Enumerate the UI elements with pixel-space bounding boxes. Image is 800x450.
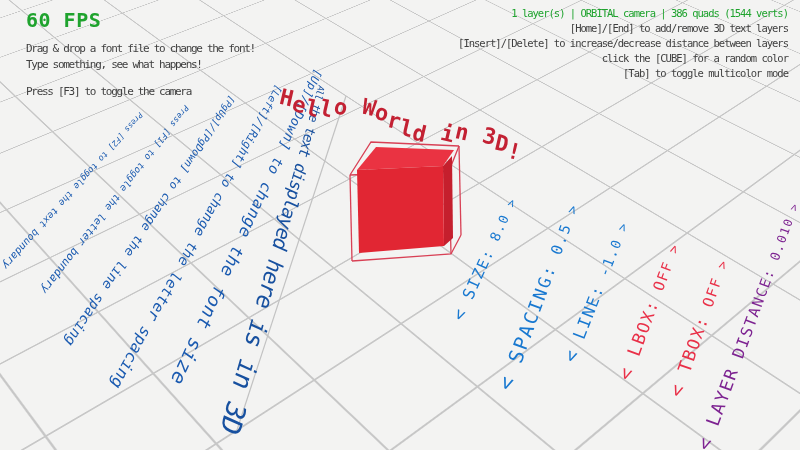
hint-type-something: Type something, see what happens! (26, 57, 255, 73)
hint-cube-color: click the [CUBE] for a random color (458, 51, 788, 66)
fps-counter: 60 FPS (26, 8, 255, 32)
hint-layer-distance: [Insert]/[Delete] to increase/decrease d… (458, 36, 788, 51)
cube-front-face (357, 166, 444, 253)
hint-toggle-camera: Press [F3] to toggle the camera (26, 84, 255, 100)
hint-multicolor-mode: [Tab] to toggle multicolor mode (458, 66, 788, 81)
hint-add-remove-layers: [Home]/[End] to add/remove 3D text layer… (458, 21, 788, 36)
cube-right-face (443, 156, 453, 246)
status-bar: 1 layer(s) | ORBITAL camera | 386 quads … (458, 6, 788, 21)
hint-drag-drop: Drag & drop a font file to change the fo… (26, 41, 255, 57)
hud-spacer (26, 73, 255, 84)
cube-graphic (338, 132, 473, 267)
hud-right: 1 layer(s) | ORBITAL camera | 386 quads … (458, 6, 788, 81)
hud-left: 60 FPS Drag & drop a font file to change… (26, 8, 255, 100)
app-window: Hello World in 3D! All the text displaye… (0, 0, 800, 450)
cube[interactable] (338, 132, 473, 267)
